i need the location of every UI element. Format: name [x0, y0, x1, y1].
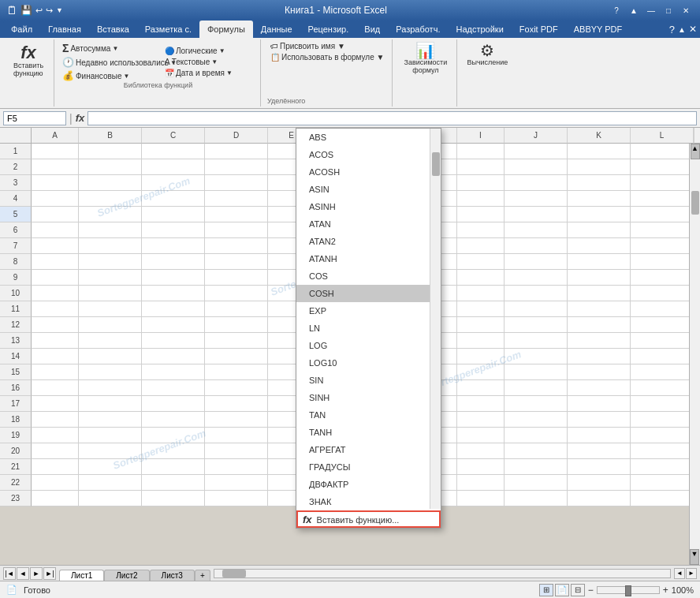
cell-D2[interactable] [205, 159, 268, 175]
cell-I17[interactable] [457, 396, 505, 412]
row-header-6[interactable]: 6 [0, 222, 32, 238]
cell-A11[interactable] [32, 301, 79, 317]
tab-addins[interactable]: Надстройки [448, 21, 511, 38]
cell-I18[interactable] [457, 412, 505, 428]
cell-J1[interactable] [505, 144, 568, 159]
cell-C14[interactable] [142, 349, 205, 364]
cell-D6[interactable] [205, 222, 268, 238]
cell-I20[interactable] [457, 443, 505, 459]
cell-C1[interactable] [142, 144, 205, 159]
cell-D5[interactable] [205, 207, 268, 222]
ribbon-help-icon[interactable]: ? [669, 24, 675, 36]
cell-C11[interactable] [142, 301, 205, 317]
row-header-16[interactable]: 16 [0, 380, 32, 396]
cell-C21[interactable] [142, 459, 205, 475]
cell-L20[interactable] [631, 443, 694, 459]
quick-access-save[interactable]: 💾 [20, 5, 32, 16]
cell-D23[interactable] [205, 491, 268, 506]
dropdown-item-abs[interactable]: ABS [296, 129, 441, 146]
cell-J6[interactable] [505, 222, 568, 238]
cell-K19[interactable] [568, 428, 631, 443]
row-header-15[interactable]: 15 [0, 364, 32, 380]
cell-D14[interactable] [205, 349, 268, 364]
cell-L14[interactable] [631, 349, 694, 364]
cell-K8[interactable] [568, 254, 631, 270]
cell-B23[interactable] [79, 491, 142, 506]
cell-B18[interactable] [79, 412, 142, 428]
cell-C18[interactable] [142, 412, 205, 428]
cell-A12[interactable] [32, 317, 79, 333]
dropdown-item-atan[interactable]: ATAN [296, 215, 441, 233]
cell-D17[interactable] [205, 396, 268, 412]
cell-J16[interactable] [505, 380, 568, 396]
h-scroll-left[interactable]: ◄ [674, 568, 685, 579]
cell-B19[interactable] [79, 428, 142, 443]
customize-qat[interactable]: ▼ [56, 6, 63, 14]
cell-B11[interactable] [79, 301, 142, 317]
cell-D7[interactable] [205, 238, 268, 254]
dep-formulas-btn[interactable]: 📊 Зависимостиформул [401, 41, 451, 76]
cell-D12[interactable] [205, 317, 268, 333]
sheet-tab-2[interactable]: Лист2 [104, 570, 149, 581]
tab-formulas[interactable]: Формулы [199, 21, 253, 38]
cell-A23[interactable] [32, 491, 79, 506]
dropdown-item-агрегат[interactable]: АГРЕГАТ [296, 441, 441, 458]
cell-J20[interactable] [505, 443, 568, 459]
cell-L21[interactable] [631, 459, 694, 475]
cell-K20[interactable] [568, 443, 631, 459]
dropdown-item-cos[interactable]: COS [296, 267, 441, 285]
cell-L13[interactable] [631, 333, 694, 349]
cell-L5[interactable] [631, 207, 694, 222]
cell-I5[interactable] [457, 207, 505, 222]
cell-K12[interactable] [568, 317, 631, 333]
col-header-C[interactable]: C [142, 128, 205, 144]
cell-A21[interactable] [32, 459, 79, 475]
cell-I9[interactable] [457, 270, 505, 286]
cell-J7[interactable] [505, 238, 568, 254]
tab-data[interactable]: Данные [253, 21, 300, 38]
dropdown-item-двфактр[interactable]: ДВФАКТР [296, 476, 441, 493]
cell-B3[interactable] [79, 175, 142, 191]
row-header-20[interactable]: 20 [0, 443, 32, 459]
vertical-scrollbar[interactable]: ▲ ▼ [689, 144, 700, 565]
scroll-down-btn[interactable]: ▼ [690, 549, 699, 565]
col-header-K[interactable]: K [568, 128, 631, 144]
cell-K4[interactable] [568, 191, 631, 207]
cell-C12[interactable] [142, 317, 205, 333]
ribbon-minimize-icon[interactable]: ▲ [678, 25, 686, 34]
zoom-slider[interactable] [597, 586, 660, 594]
name-box[interactable] [3, 111, 66, 125]
cell-A9[interactable] [32, 270, 79, 286]
cell-A1[interactable] [32, 144, 79, 159]
cell-D4[interactable] [205, 191, 268, 207]
cell-C22[interactable] [142, 475, 205, 491]
cell-I19[interactable] [457, 428, 505, 443]
row-header-22[interactable]: 22 [0, 475, 32, 491]
cell-K9[interactable] [568, 270, 631, 286]
cell-B20[interactable] [79, 443, 142, 459]
cell-C20[interactable] [142, 443, 205, 459]
cell-K7[interactable] [568, 238, 631, 254]
scroll-up-btn[interactable]: ▲ [691, 144, 700, 159]
row-header-5[interactable]: 5 [0, 207, 32, 222]
cell-K14[interactable] [568, 349, 631, 364]
cell-A15[interactable] [32, 364, 79, 380]
cell-K10[interactable] [568, 286, 631, 301]
cell-C5[interactable] [142, 207, 205, 222]
cell-L6[interactable] [631, 222, 694, 238]
cell-C6[interactable] [142, 222, 205, 238]
row-header-1[interactable]: 1 [0, 144, 32, 159]
cell-I4[interactable] [457, 191, 505, 207]
dropdown-item-acosh[interactable]: ACOSH [296, 163, 441, 181]
row-header-11[interactable]: 11 [0, 301, 32, 317]
cell-I15[interactable] [457, 364, 505, 380]
col-header-J[interactable]: J [505, 128, 568, 144]
cell-A10[interactable] [32, 286, 79, 301]
cell-D13[interactable] [205, 333, 268, 349]
cell-B8[interactable] [79, 254, 142, 270]
dropdown-item-градусы[interactable]: ГРАДУСЫ [296, 458, 441, 476]
help-btn[interactable]: ? [609, 3, 624, 17]
cell-D10[interactable] [205, 286, 268, 301]
cell-A18[interactable] [32, 412, 79, 428]
ribbon-close-icon[interactable]: ✕ [689, 24, 697, 35]
